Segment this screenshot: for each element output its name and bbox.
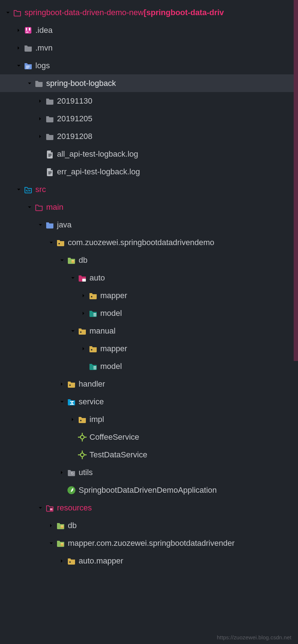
scrollbar[interactable] [294, 0, 298, 361]
tree-label: .mvn [35, 43, 53, 53]
tree-item-impl[interactable]: impl [0, 410, 298, 428]
tree-label: auto [89, 273, 105, 283]
interface-icon [78, 451, 87, 459]
tree-item-mapper[interactable]: mapper [0, 340, 298, 357]
tree-label: 20191208 [57, 132, 92, 141]
chevron-down-icon [5, 10, 11, 16]
folder-db-icon [67, 256, 76, 265]
tree-item-auto[interactable]: auto [0, 269, 298, 287]
file-icon [45, 150, 54, 158]
folder-log-icon [24, 61, 32, 70]
tree-item-mapper[interactable]: mapper [0, 287, 298, 304]
tree-item-model[interactable]: model [0, 304, 298, 322]
tree-label: .idea [35, 26, 53, 35]
tree-label: SpringbootDataDrivenDemoApplication [79, 486, 217, 495]
chevron-right-icon [38, 98, 43, 104]
tree-label: all_api-test-logback.log [57, 149, 138, 159]
tree-item-idea[interactable]: .idea [0, 21, 298, 39]
chevron-down-icon [70, 328, 76, 334]
tree-item-interface-testdata[interactable]: TestDataService [0, 446, 298, 464]
tree-item-db-res[interactable]: db [0, 517, 298, 534]
package-icon [67, 557, 76, 565]
tree-item-src[interactable]: src [0, 180, 298, 198]
folder-db-icon [56, 521, 65, 530]
interface-icon [78, 433, 87, 441]
tree-item-manual[interactable]: manual [0, 322, 298, 340]
tree-label: com.zuozewei.springbootdatadrivendemo [68, 238, 214, 247]
chevron-down-icon [38, 505, 43, 511]
chevron-down-icon [16, 63, 22, 69]
tree-label: db [68, 521, 76, 530]
tree-item-root[interactable]: springboot-data-driven-demo-new [springb… [0, 4, 298, 21]
tree-item-resources[interactable]: resources [0, 499, 298, 517]
file-icon [45, 167, 54, 176]
tree-label: resources [57, 503, 92, 513]
tree-item-model[interactable]: model [0, 357, 298, 375]
tree-label: 20191205 [57, 114, 92, 123]
chevron-down-icon [59, 257, 65, 263]
chevron-right-icon [38, 116, 43, 122]
tree-label: logs [35, 61, 50, 70]
tree-item-logs[interactable]: logs [0, 57, 298, 74]
tree-label: service [79, 397, 104, 406]
tree-item-mapperpkg[interactable]: mapper.com.zuozewei.springbootdatadriven… [0, 534, 298, 552]
chevron-right-icon [70, 417, 76, 422]
tree-label: handler [79, 379, 105, 389]
tree-item-java[interactable]: java [0, 216, 298, 234]
tree-item-spring-boot-logback[interactable]: spring-boot-logback [0, 74, 298, 92]
tree-item-handler[interactable]: handler [0, 375, 298, 393]
folder-icon [45, 221, 54, 229]
tree-item[interactable]: 20191208 [0, 127, 298, 145]
folder-code-icon [24, 185, 32, 194]
spring-icon [67, 486, 76, 495]
tree-label: TestDataService [89, 450, 147, 460]
tree-label: manual [89, 326, 115, 336]
tree-item-package[interactable]: com.zuozewei.springbootdatadrivendemo [0, 234, 298, 251]
tree-label: auto.mapper [79, 556, 123, 566]
package-icon [89, 291, 97, 300]
folder-icon [35, 203, 43, 212]
tree-label: spring-boot-logback [46, 79, 116, 88]
tree-label: utils [79, 468, 93, 477]
tree-label: err_api-test-logback.log [57, 167, 140, 177]
tree-item-db[interactable]: db [0, 251, 298, 269]
chevron-down-icon [59, 399, 65, 405]
chevron-right-icon [59, 470, 65, 475]
package-icon [56, 238, 65, 247]
tree-item-service[interactable]: service [0, 393, 298, 410]
tree-label: model [100, 309, 122, 318]
tree-label: mapper.com.zuozewei.springbootdatadriven… [68, 539, 235, 548]
tree-item-file[interactable]: err_api-test-logback.log [0, 163, 298, 180]
tree-item-automapper[interactable]: auto.mapper [0, 552, 298, 570]
package-icon [78, 327, 87, 335]
folder-model-icon [89, 362, 97, 371]
folder-resources-icon [45, 504, 54, 512]
chevron-right-icon [48, 523, 54, 528]
chevron-right-icon [81, 346, 87, 352]
folder-db-icon [56, 539, 65, 548]
tree-item-app[interactable]: SpringbootDataDrivenDemoApplication [0, 481, 298, 499]
folder-sigma-icon [67, 397, 76, 406]
watermark: https://zuozewei.blog.csdn.net [217, 634, 292, 640]
tree-item-mvn[interactable]: .mvn [0, 39, 298, 57]
tree-item-interface-coffee[interactable]: CoffeeService [0, 428, 298, 446]
package-icon [89, 344, 97, 353]
tree-item[interactable]: 20191130 [0, 92, 298, 110]
package-icon [78, 415, 87, 424]
tree-item-utils[interactable]: utils [0, 464, 298, 481]
root-branch: [springboot-data-driv [144, 8, 224, 17]
tree-label: java [57, 220, 71, 230]
folder-icon [13, 8, 22, 17]
tree-label: mapper [100, 291, 127, 300]
intellij-icon [24, 26, 32, 35]
chevron-right-icon [38, 134, 43, 139]
tree-item-file[interactable]: all_api-test-logback.log [0, 145, 298, 163]
tree-label: CoffeeService [89, 432, 139, 442]
tree-label: model [100, 362, 122, 371]
tree-item-main[interactable]: main [0, 198, 298, 216]
tree-item[interactable]: 20191205 [0, 110, 298, 127]
folder-icon [45, 114, 54, 123]
tree-label: db [79, 256, 87, 265]
tree-label: 20191130 [57, 96, 92, 106]
chevron-down-icon [27, 80, 32, 86]
